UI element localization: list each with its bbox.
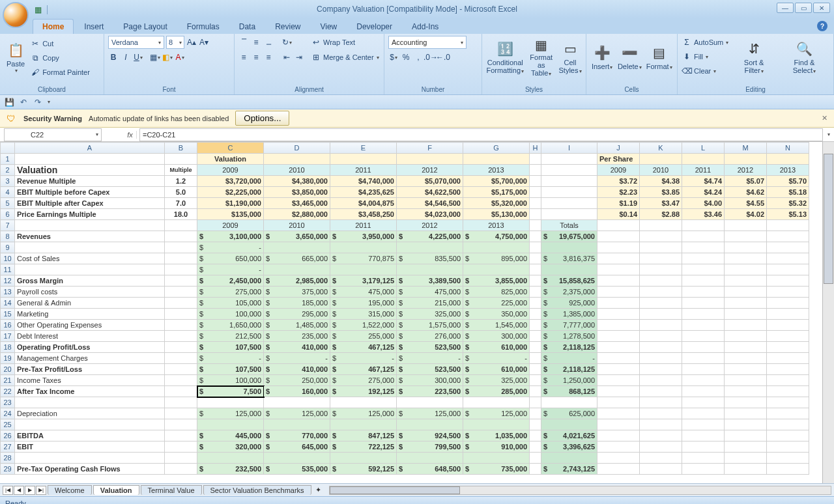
- currency-icon[interactable]: $▾: [388, 52, 399, 63]
- row-header[interactable]: 20: [1, 364, 15, 375]
- merge-center-button[interactable]: ⊞Merge & Center▾: [311, 51, 379, 64]
- cell[interactable]: Operating Profit/Loss: [15, 342, 165, 353]
- cell[interactable]: [165, 231, 197, 242]
- cell[interactable]: $285,000: [463, 386, 530, 397]
- fill-button[interactable]: ⬇Fill▾: [682, 50, 728, 63]
- cell[interactable]: [725, 231, 767, 242]
- new-sheet-icon[interactable]: ✦: [315, 486, 321, 494]
- cell[interactable]: [640, 419, 682, 430]
- cell[interactable]: [767, 154, 809, 165]
- cell[interactable]: $2.88: [640, 209, 682, 220]
- find-select-button[interactable]: 🔍Find & Select▾: [779, 36, 829, 79]
- col-header[interactable]: H: [530, 143, 541, 154]
- spreadsheet-grid[interactable]: A B C D E F G H I J K L M N 1ValuationPe…: [0, 142, 809, 475]
- cell[interactable]: [264, 453, 330, 464]
- tab-review[interactable]: Review: [266, 20, 309, 34]
- cell[interactable]: [530, 453, 541, 464]
- cell[interactable]: [530, 231, 541, 242]
- redo-icon[interactable]: ↷: [33, 97, 43, 107]
- cell[interactable]: [725, 375, 767, 386]
- vertical-scrollbar[interactable]: [822, 142, 834, 483]
- cell[interactable]: $445,000: [197, 430, 264, 441]
- cell[interactable]: [682, 287, 725, 298]
- cell[interactable]: $895,000: [463, 253, 530, 264]
- security-close-icon[interactable]: ✕: [822, 114, 827, 122]
- cell[interactable]: 2013: [463, 220, 530, 231]
- row-header[interactable]: 18: [1, 342, 15, 353]
- cell[interactable]: [165, 242, 197, 253]
- font-color-button[interactable]: A▾: [175, 52, 185, 63]
- cell[interactable]: $3,465,000: [264, 198, 330, 209]
- cell[interactable]: [767, 309, 809, 320]
- cell[interactable]: [165, 408, 197, 419]
- cell[interactable]: [530, 419, 541, 430]
- border-button[interactable]: ▦▾: [150, 52, 160, 63]
- format-painter-button[interactable]: 🖌Format Painter: [30, 66, 90, 79]
- cell[interactable]: [165, 375, 197, 386]
- cell[interactable]: [725, 464, 767, 475]
- cell[interactable]: $770,000: [264, 430, 330, 441]
- cell[interactable]: [264, 242, 330, 253]
- save-icon[interactable]: 💾: [4, 97, 14, 107]
- cell[interactable]: 2009: [197, 165, 264, 176]
- cell[interactable]: [463, 154, 530, 165]
- cell[interactable]: [682, 331, 725, 342]
- cell[interactable]: $924,500: [397, 430, 463, 441]
- cell[interactable]: [530, 275, 541, 287]
- row-header[interactable]: 19: [1, 353, 15, 364]
- cell[interactable]: [397, 154, 463, 165]
- cell[interactable]: [640, 320, 682, 331]
- cell[interactable]: [165, 441, 197, 453]
- cell[interactable]: [640, 375, 682, 386]
- cell[interactable]: [725, 275, 767, 287]
- cell[interactable]: $3,458,250: [330, 209, 397, 220]
- cell[interactable]: [165, 320, 197, 331]
- cell[interactable]: $1,278,500: [541, 331, 597, 342]
- cell[interactable]: [725, 331, 767, 342]
- cell[interactable]: [767, 397, 809, 408]
- cell[interactable]: $665,000: [264, 253, 330, 264]
- cell[interactable]: $5,175,000: [463, 187, 530, 198]
- cell[interactable]: [682, 242, 725, 253]
- cell[interactable]: $275,000: [197, 287, 264, 298]
- cell[interactable]: [767, 353, 809, 364]
- cell[interactable]: [597, 320, 640, 331]
- cell[interactable]: $467,125: [330, 364, 397, 375]
- cell[interactable]: [463, 242, 530, 253]
- cell[interactable]: 2013: [463, 165, 530, 176]
- cell[interactable]: [15, 397, 165, 408]
- orientation-icon[interactable]: ↻▾: [281, 37, 292, 48]
- cell[interactable]: $2,118,125: [541, 342, 597, 353]
- cell[interactable]: [767, 430, 809, 441]
- cell[interactable]: $250,000: [264, 375, 330, 386]
- cell[interactable]: [640, 408, 682, 419]
- cell[interactable]: [530, 253, 541, 264]
- cell[interactable]: $107,500: [197, 342, 264, 353]
- cell[interactable]: $610,000: [463, 364, 530, 375]
- cell[interactable]: $1.19: [597, 198, 640, 209]
- cell[interactable]: [597, 264, 640, 275]
- cell[interactable]: [15, 264, 165, 275]
- cell[interactable]: [682, 364, 725, 375]
- cell[interactable]: After Tax Income: [15, 386, 165, 397]
- cell[interactable]: [541, 198, 597, 209]
- cell[interactable]: [682, 320, 725, 331]
- cell[interactable]: [597, 464, 640, 475]
- cell[interactable]: $4,546,500: [397, 198, 463, 209]
- cell[interactable]: [541, 176, 597, 187]
- cell[interactable]: $2,118,125: [541, 364, 597, 375]
- sheet-nav-last-icon[interactable]: ▶|: [36, 486, 46, 495]
- cell[interactable]: 2010: [264, 165, 330, 176]
- cell[interactable]: $223,500: [397, 386, 463, 397]
- cell[interactable]: $3.72: [597, 176, 640, 187]
- tab-data[interactable]: Data: [230, 20, 265, 34]
- cell[interactable]: $475,000: [397, 287, 463, 298]
- office-button[interactable]: [3, 2, 29, 28]
- cell[interactable]: [530, 309, 541, 320]
- align-left-icon[interactable]: ≡: [238, 52, 249, 63]
- cell[interactable]: [682, 464, 725, 475]
- cell[interactable]: [725, 320, 767, 331]
- cell[interactable]: $212,500: [197, 331, 264, 342]
- cell[interactable]: [597, 441, 640, 453]
- cell[interactable]: [597, 453, 640, 464]
